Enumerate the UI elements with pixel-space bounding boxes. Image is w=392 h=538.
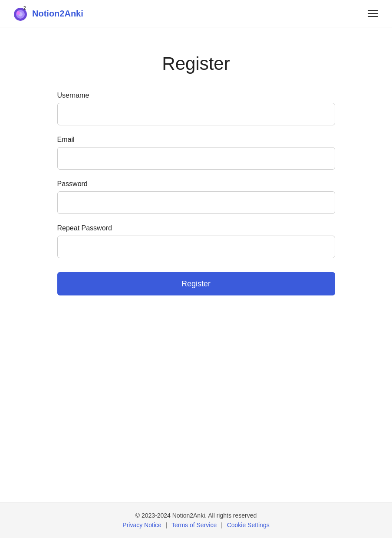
cookie-settings-link[interactable]: Cookie Settings [227,522,270,528]
svg-point-3 [16,11,20,15]
repeat-password-group: Repeat Password [57,224,335,258]
footer-copyright: © 2023-2024 Notion2Anki. All rights rese… [9,512,383,519]
username-label: Username [57,92,335,99]
main-content: Register Username Email Password Repeat … [0,27,392,502]
hamburger-line-1 [368,10,378,11]
privacy-notice-link[interactable]: Privacy Notice [122,522,161,528]
hamburger-line-3 [368,16,378,17]
repeat-password-input[interactable] [57,236,335,258]
email-label: Email [57,136,335,144]
repeat-password-label: Repeat Password [57,224,335,232]
svg-text:2: 2 [23,6,26,10]
email-input[interactable] [57,147,335,170]
username-group: Username [57,92,335,125]
register-button[interactable]: Register [57,272,335,295]
email-group: Email [57,136,335,170]
logo-link[interactable]: 2 Notion2Anki [12,5,83,22]
logo-text: Notion2Anki [32,9,83,19]
header: 2 Notion2Anki [0,0,392,27]
page-title: Register [162,53,230,74]
terms-of-service-link[interactable]: Terms of Service [171,522,217,528]
password-input[interactable] [57,191,335,214]
footer-links: Privacy Notice | Terms of Service | Cook… [9,522,383,528]
hamburger-button[interactable] [366,8,380,19]
password-group: Password [57,180,335,214]
logo-icon: 2 [12,5,29,22]
footer: © 2023-2024 Notion2Anki. All rights rese… [0,502,392,538]
separator-2: | [221,522,223,528]
password-label: Password [57,180,335,188]
hamburger-line-2 [368,13,378,14]
separator-1: | [166,522,168,528]
register-form-container: Username Email Password Repeat Password … [57,92,335,295]
username-input[interactable] [57,103,335,125]
